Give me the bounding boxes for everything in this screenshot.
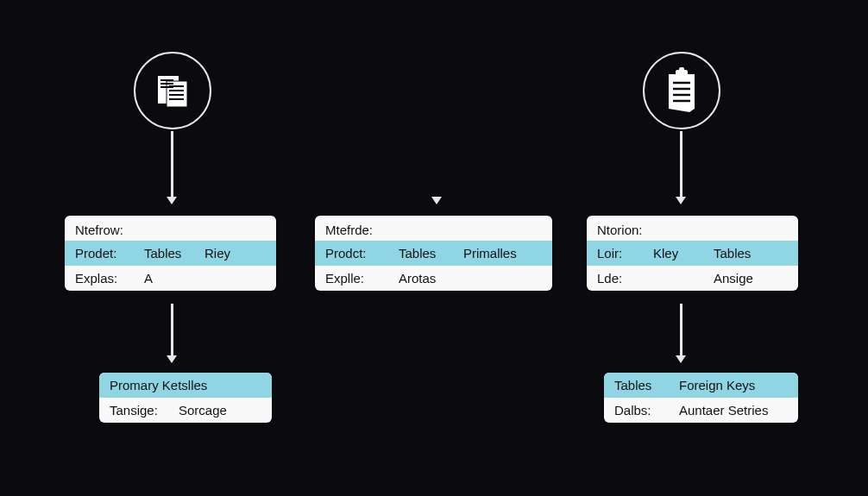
arrow-line [680,131,682,198]
arrow-head-icon [431,197,442,204]
data-cell: Auntaer Setries [679,403,783,418]
header-cell: Promary Ketslles [110,378,223,392]
clipboard-icon-circle [643,52,720,129]
header-cell: Kley [653,246,714,261]
header-cell: Tables [144,246,204,261]
card-data-row: Explas: A [65,266,276,291]
card-header-row: Promary Ketslles [99,373,272,398]
header-cell: Tables [614,378,679,392]
header-cell: Riey [204,246,246,261]
data-cell: A [144,271,204,286]
header-cell: Loir: [597,246,653,261]
card-header-row: Prodet: Tables Riey [65,241,276,266]
card-data-row: Tansige: Sorcage [99,398,272,423]
header-cell: Foreign Keys [679,378,771,392]
arrow-line [680,304,682,357]
card-ntorion: Ntorion: Loir: Kley Tables Lde: Ansige [587,216,798,291]
header-cell: Prodct: [325,246,399,261]
card-data-row: Explle: Arotas [315,266,552,291]
card-data-row: Lde: Ansige [587,266,798,291]
arrow-head-icon [676,355,686,363]
svg-rect-10 [679,67,684,72]
card-header-row: Prodct: Tables Primalles [315,241,552,266]
documents-icon-circle [134,52,211,129]
data-cell: Dalbs: [614,403,679,418]
arrow-head-icon [167,197,177,204]
data-cell: Sorcage [179,403,242,418]
data-cell: Explas: [75,271,144,286]
data-cell: Explle: [325,271,399,286]
documents-icon [153,71,192,110]
data-cell: Tansige: [110,403,179,418]
card-title: Mtefrde: [315,216,552,241]
card-foreign-keys: Tables Foreign Keys Dalbs: Auntaer Setri… [604,373,798,423]
header-cell: Tables [714,246,766,261]
data-cell: Arotas [399,271,463,286]
arrow-line [171,131,173,198]
data-cell: Lde: [597,271,653,286]
card-header-row: Tables Foreign Keys [604,373,798,398]
data-cell: Ansige [714,271,769,286]
card-mtefrde: Mtefrde: Prodct: Tables Primalles Explle… [315,216,552,291]
arrow-line [171,304,173,357]
card-promary: Promary Ketslles Tansige: Sorcage [99,373,272,423]
header-cell: Primalles [463,246,532,261]
card-title: Ntorion: [587,216,798,241]
card-ntefrow: Ntefrow: Prodet: Tables Riey Explas: A [65,216,276,291]
header-cell: Tables [399,246,463,261]
arrow-head-icon [167,355,177,363]
clipboard-icon [660,67,703,114]
header-cell: Prodet: [75,246,144,261]
arrow-head-icon [676,197,686,204]
card-title: Ntefrow: [65,216,276,241]
card-data-row: Dalbs: Auntaer Setries [604,398,798,423]
card-header-row: Loir: Kley Tables [587,241,798,266]
